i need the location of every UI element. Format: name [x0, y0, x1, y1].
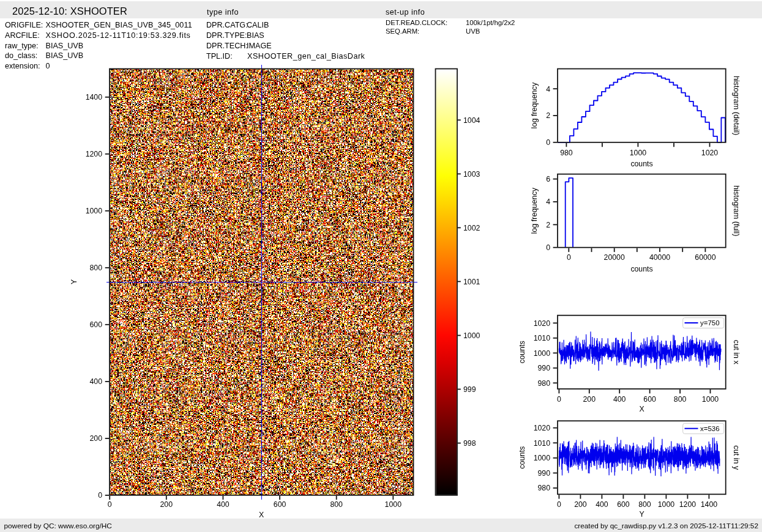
svg-text:set-up info: set-up info	[386, 8, 425, 17]
svg-text:980: 980	[537, 379, 550, 388]
svg-text:999: 999	[463, 385, 476, 394]
svg-text:1002: 1002	[463, 224, 480, 232]
svg-text:4: 4	[546, 85, 550, 94]
svg-text:ORIGFILE:: ORIGFILE:	[5, 21, 43, 29]
svg-text:400: 400	[596, 500, 608, 509]
svg-text:counts: counts	[630, 160, 652, 168]
svg-text:powered by QC: www.eso.org/HC: powered by QC: www.eso.org/HC	[4, 522, 113, 530]
svg-text:1020: 1020	[534, 424, 551, 432]
svg-text:2: 2	[546, 221, 550, 229]
svg-text:log frequency: log frequency	[530, 82, 539, 128]
svg-text:0: 0	[557, 395, 561, 404]
svg-text:do_class:: do_class:	[5, 51, 37, 60]
svg-text:0: 0	[98, 491, 102, 500]
svg-text:1001: 1001	[463, 278, 480, 286]
svg-text:998: 998	[463, 439, 476, 448]
svg-text:DET.READ.CLOCK:: DET.READ.CLOCK:	[386, 19, 447, 26]
svg-text:600: 600	[274, 500, 286, 509]
svg-text:1400: 1400	[701, 500, 718, 509]
svg-text:X: X	[639, 405, 644, 413]
svg-text:log frequency: log frequency	[530, 187, 539, 234]
svg-text:1010: 1010	[534, 334, 551, 342]
svg-text:TPL.ID:: TPL.ID:	[206, 52, 233, 61]
svg-text:1200: 1200	[679, 500, 697, 509]
svg-text:1000: 1000	[86, 207, 103, 215]
svg-text:1010: 1010	[534, 439, 551, 448]
svg-text:0: 0	[108, 500, 112, 509]
svg-text:2025-12-10: XSHOOTER: 2025-12-10: XSHOOTER	[12, 6, 127, 17]
svg-text:XSHOOTER_GEN_BIAS_UVB_345_0011: XSHOOTER_GEN_BIAS_UVB_345_0011	[46, 21, 192, 29]
svg-text:400: 400	[217, 500, 230, 509]
svg-text:800: 800	[89, 264, 102, 272]
svg-text:1004: 1004	[463, 116, 480, 125]
svg-text:1020: 1020	[701, 149, 719, 157]
svg-text:1000: 1000	[534, 454, 551, 462]
svg-text:IMAGE: IMAGE	[247, 42, 272, 50]
svg-text:BIAS: BIAS	[247, 31, 264, 40]
svg-text:1000: 1000	[630, 149, 647, 157]
svg-text:40000: 40000	[649, 253, 670, 262]
svg-text:0: 0	[557, 500, 561, 509]
svg-text:histogram (detail): histogram (detail)	[732, 76, 741, 135]
svg-text:extension:: extension:	[5, 62, 40, 70]
svg-text:XSHOOTER_gen_cal_BiasDark: XSHOOTER_gen_cal_BiasDark	[247, 52, 365, 61]
svg-text:800: 800	[638, 500, 651, 509]
svg-text:800: 800	[330, 500, 343, 509]
svg-text:counts: counts	[518, 446, 526, 469]
svg-text:histogram (full): histogram (full)	[732, 185, 741, 236]
svg-text:0: 0	[567, 253, 571, 262]
svg-text:2: 2	[546, 111, 550, 120]
svg-text:created by qc_rawdisp.py v1.2.: created by qc_rawdisp.py v1.2.3 on 2025-…	[574, 522, 758, 530]
svg-text:DPR.CATG:: DPR.CATG:	[206, 21, 248, 29]
svg-text:X: X	[259, 511, 264, 519]
svg-text:60000: 60000	[695, 253, 715, 262]
svg-text:y=750: y=750	[700, 319, 720, 327]
svg-text:800: 800	[674, 395, 687, 404]
svg-text:100k/1pt/hg/2x2: 100k/1pt/hg/2x2	[466, 19, 515, 26]
svg-text:1000: 1000	[385, 500, 402, 509]
svg-text:SEQ.ARM:: SEQ.ARM:	[386, 28, 419, 35]
svg-text:1003: 1003	[463, 170, 480, 179]
svg-text:0: 0	[546, 138, 550, 147]
svg-text:4: 4	[546, 198, 550, 206]
svg-text:BIAS_UVB: BIAS_UVB	[46, 51, 84, 60]
svg-text:20000: 20000	[604, 253, 625, 262]
svg-text:200: 200	[583, 395, 596, 404]
svg-text:BIAS_UVB: BIAS_UVB	[46, 42, 84, 50]
svg-text:raw_type:: raw_type:	[5, 42, 39, 50]
svg-text:1000: 1000	[658, 500, 675, 509]
svg-text:400: 400	[613, 395, 626, 404]
svg-text:6: 6	[546, 175, 550, 183]
svg-text:1000: 1000	[702, 395, 719, 404]
svg-text:UVB: UVB	[466, 28, 480, 35]
svg-text:CALIB: CALIB	[247, 21, 269, 29]
svg-text:980: 980	[537, 484, 550, 492]
svg-text:cut in x: cut in x	[732, 340, 741, 365]
svg-text:200: 200	[160, 500, 173, 509]
svg-text:Y: Y	[70, 279, 78, 284]
svg-text:600: 600	[89, 320, 102, 329]
svg-text:type info: type info	[207, 8, 239, 17]
svg-text:DPR.TYPE:: DPR.TYPE:	[206, 31, 247, 40]
svg-text:600: 600	[643, 395, 656, 404]
svg-text:600: 600	[617, 500, 630, 509]
svg-text:counts: counts	[518, 341, 526, 363]
svg-text:1000: 1000	[534, 349, 551, 358]
svg-text:cut in y: cut in y	[732, 445, 741, 470]
svg-text:200: 200	[574, 500, 587, 509]
svg-text:1000: 1000	[463, 331, 480, 340]
svg-text:0: 0	[546, 243, 550, 252]
svg-text:Y: Y	[639, 510, 644, 519]
svg-text:1200: 1200	[86, 150, 103, 158]
svg-text:400: 400	[89, 377, 102, 386]
svg-text:DPR.TECH:: DPR.TECH:	[206, 42, 248, 50]
svg-text:XSHOO.2025-12-11T10:19:53.329.: XSHOO.2025-12-11T10:19:53.329.fits	[46, 31, 191, 40]
svg-text:counts: counts	[630, 265, 652, 273]
svg-text:990: 990	[537, 364, 550, 372]
svg-text:200: 200	[89, 434, 102, 443]
svg-text:980: 980	[560, 149, 573, 157]
svg-text:1400: 1400	[86, 93, 103, 102]
svg-text:ARCFILE:: ARCFILE:	[5, 31, 40, 40]
svg-text:0: 0	[46, 62, 50, 70]
svg-text:990: 990	[537, 469, 550, 478]
